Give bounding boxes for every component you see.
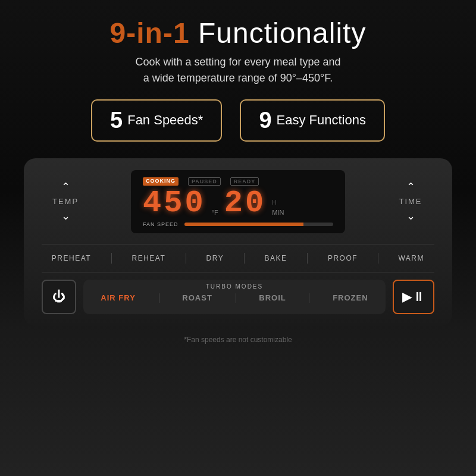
- time-unit: MIN: [272, 209, 284, 216]
- temp-label: TEMP: [52, 197, 79, 206]
- time-control: ⌃ TIME ⌄: [387, 181, 434, 221]
- main-title: 9-in-1 Functionality: [110, 18, 367, 49]
- frozen-button[interactable]: FROZEN: [333, 293, 368, 302]
- divider-1: [111, 253, 112, 264]
- turbo-modes-row: AIR FRY ROAST BROIL FROZEN: [89, 293, 380, 303]
- fan-speed-bar: [184, 223, 333, 226]
- turbo-div-1: [159, 293, 159, 303]
- divider-4: [307, 253, 308, 264]
- broil-button[interactable]: BROIL: [259, 293, 286, 302]
- play-pause-button[interactable]: ▶⏸: [393, 280, 434, 314]
- dry-button[interactable]: DRY: [206, 254, 224, 262]
- temp-unit: °F: [212, 209, 218, 216]
- reheat-button[interactable]: REHEAT: [131, 254, 165, 262]
- lcd-status-row: COOKING PAUSED READY: [143, 177, 333, 186]
- time-display: 20: [224, 188, 266, 219]
- time-up-button[interactable]: ⌃: [406, 181, 415, 192]
- turbo-label: TURBO MODES: [89, 283, 380, 290]
- play-pause-icon: ▶⏸: [402, 289, 425, 305]
- title-highlight: 9-in-1: [110, 17, 190, 49]
- air-fry-button[interactable]: AIR FRY: [101, 293, 136, 302]
- temperature-display: 450: [143, 188, 206, 219]
- easy-functions-number: 9: [259, 108, 271, 133]
- fan-speeds-number: 5: [110, 108, 123, 133]
- badges-row: 5 Fan Speeds* 9 Easy Functions: [91, 99, 385, 142]
- bake-button[interactable]: BAKE: [265, 254, 287, 262]
- header: 9-in-1 Functionality Cook with a setting…: [110, 18, 367, 86]
- display-section: ⌃ TEMP ⌄ COOKING PAUSED READY 450 °F 20: [42, 170, 434, 233]
- easy-functions-badge: 9 Easy Functions: [240, 99, 385, 142]
- warm-button[interactable]: WARM: [398, 254, 424, 262]
- lcd-main-row: 450 °F 20 H MIN: [143, 188, 333, 219]
- turbo-div-3: [309, 293, 309, 303]
- time-label: TIME: [399, 197, 422, 206]
- fan-speed-label: FAN SPEED: [143, 221, 178, 227]
- fan-speed-row: FAN SPEED: [143, 221, 333, 227]
- time-down-button[interactable]: ⌄: [406, 211, 415, 221]
- temp-down-button[interactable]: ⌄: [61, 211, 70, 221]
- power-button[interactable]: ⏻: [42, 280, 76, 314]
- page-wrapper: 9-in-1 Functionality Cook with a setting…: [0, 0, 476, 476]
- turbo-panel: TURBO MODES AIR FRY ROAST BROIL FROZEN: [83, 280, 386, 314]
- temp-control: ⌃ TEMP ⌄: [42, 181, 89, 221]
- lcd-display: COOKING PAUSED READY 450 °F 20 H MIN: [131, 170, 345, 233]
- roast-button[interactable]: ROAST: [182, 293, 212, 302]
- fan-speeds-label: Fan Speeds*: [127, 112, 203, 128]
- function-row: PREHEAT REHEAT DRY BAKE PROOF WARM: [42, 244, 434, 273]
- turbo-section: ⏻ TURBO MODES AIR FRY ROAST BROIL FROZEN…: [42, 280, 434, 314]
- footnote: *Fan speeds are not customizable: [184, 336, 292, 344]
- divider-3: [244, 253, 245, 264]
- divider-2: [186, 253, 186, 264]
- fan-speeds-badge: 5 Fan Speeds*: [91, 99, 222, 142]
- device-panel: ⌃ TEMP ⌄ COOKING PAUSED READY 450 °F 20: [24, 158, 452, 326]
- status-paused: PAUSED: [188, 177, 221, 186]
- power-icon: ⏻: [52, 289, 65, 305]
- easy-functions-label: Easy Functions: [277, 112, 366, 128]
- preheat-button[interactable]: PREHEAT: [52, 254, 91, 262]
- status-ready: READY: [230, 177, 259, 186]
- proof-button[interactable]: PROOF: [328, 254, 358, 262]
- subtitle: Cook with a setting for every meal type …: [110, 54, 367, 86]
- divider-5: [378, 253, 378, 264]
- h-unit: H: [272, 199, 276, 206]
- turbo-div-2: [236, 293, 236, 303]
- temp-up-button[interactable]: ⌃: [61, 181, 70, 192]
- status-cooking: COOKING: [143, 177, 178, 186]
